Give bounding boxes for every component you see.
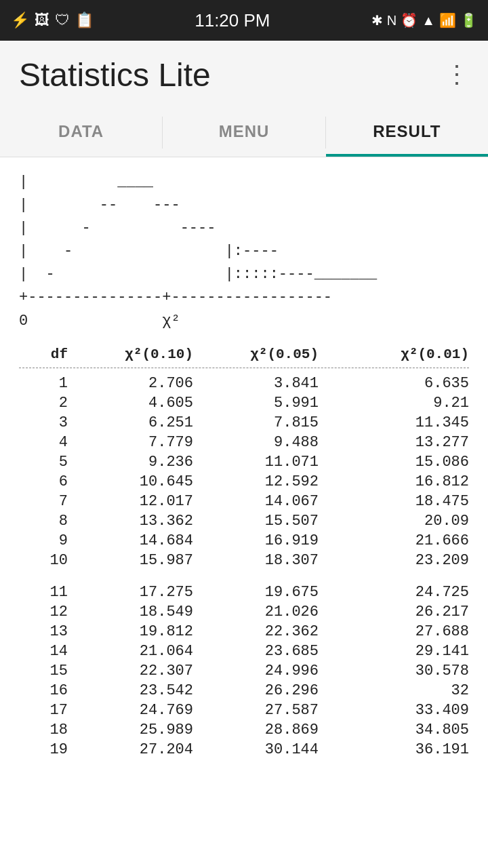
battery-icon: 🔋: [460, 12, 477, 28]
app-title: Statistics Lite: [19, 56, 211, 94]
table-cell-12-3: 26.217: [324, 604, 469, 620]
bluetooth-icon: ✱: [371, 12, 383, 28]
table-cell-15-3: 30.578: [324, 663, 469, 679]
table-cell-16-3: 32: [324, 682, 469, 699]
table-cell-17-0: 17: [19, 702, 73, 719]
table-body: 12.7063.8416.63524.6055.9919.2136.2517.8…: [19, 374, 469, 760]
table-row: 813.36215.50720.09: [19, 511, 469, 531]
table-row: 1015.98718.30723.209: [19, 551, 469, 570]
tab-result[interactable]: RESULT: [326, 108, 488, 157]
tab-bar: DATA MENU RESULT: [0, 108, 488, 157]
table-cell-1-3: 9.21: [324, 395, 469, 412]
signal-icon: 📶: [439, 12, 456, 28]
table-row: 1421.06423.68529.141: [19, 642, 469, 661]
table-row: 12.7063.8416.635: [19, 374, 469, 393]
table-row: 1623.54226.29632: [19, 681, 469, 701]
tab-menu[interactable]: MENU: [163, 108, 325, 157]
table-cell-3-2: 9.488: [199, 434, 324, 451]
table-cell-2-0: 3: [19, 414, 73, 431]
table-cell-9-1: 15.987: [73, 552, 199, 569]
table-cell-4-0: 5: [19, 454, 73, 471]
table-cell-13-0: 13: [19, 623, 73, 640]
table-cell-0-0: 1: [19, 375, 73, 392]
table-row-spacer: [19, 570, 469, 583]
table-cell-5-3: 16.812: [324, 473, 469, 490]
table-row: 1927.20430.14436.191: [19, 740, 469, 760]
table-row: 1724.76927.58733.409: [19, 701, 469, 720]
table-cell-18-3: 34.805: [324, 722, 469, 738]
table-cell-6-1: 12.017: [73, 493, 199, 510]
table-cell-9-3: 23.209: [324, 552, 469, 569]
table-cell-3-3: 13.277: [324, 434, 469, 451]
usb-icon: ⚡: [11, 12, 29, 29]
table-cell-15-1: 22.307: [73, 663, 199, 679]
table-cell-15-0: 15: [19, 663, 73, 679]
table-cell-5-2: 12.592: [199, 473, 324, 490]
table-cell-8-1: 14.684: [73, 532, 199, 549]
table-row: 1319.81222.36227.688: [19, 622, 469, 642]
table-cell-9-2: 18.307: [199, 552, 324, 569]
table-cell-18-0: 18: [19, 722, 73, 738]
table-cell-9-0: 10: [19, 552, 73, 569]
alarm-icon: ⏰: [401, 12, 418, 28]
table-cell-11-1: 17.275: [73, 584, 199, 601]
app-bar: Statistics Lite ⋮: [0, 41, 488, 108]
table-cell-1-1: 4.605: [73, 395, 199, 412]
table-cell-8-3: 21.666: [324, 532, 469, 549]
table-cell-14-2: 23.685: [199, 643, 324, 660]
table-cell-2-2: 7.815: [199, 414, 324, 431]
image-icon: 🖼: [35, 12, 49, 29]
table-cell-16-2: 26.296: [199, 682, 324, 699]
shield-icon: 🛡: [55, 12, 70, 29]
wifi-icon: ▲: [422, 13, 435, 28]
table-cell-7-0: 8: [19, 513, 73, 530]
table-cell-18-1: 25.989: [73, 722, 199, 738]
table-cell-7-3: 20.09: [324, 513, 469, 530]
table-row: 24.6055.9919.21: [19, 393, 469, 413]
table-row: 1522.30724.99630.578: [19, 661, 469, 681]
table-cell-1-2: 5.991: [199, 395, 324, 412]
table-cell-3-0: 4: [19, 434, 73, 451]
table-cell-16-1: 23.542: [73, 682, 199, 699]
table-cell-5-1: 10.645: [73, 473, 199, 490]
table-cell-8-2: 16.919: [199, 532, 324, 549]
table-row: 59.23611.07115.086: [19, 452, 469, 472]
table-cell-19-1: 27.204: [73, 741, 199, 758]
table-cell-5-0: 6: [19, 473, 73, 490]
table-cell-19-2: 30.144: [199, 741, 324, 758]
table-cell-6-0: 7: [19, 493, 73, 510]
table-cell-0-2: 3.841: [199, 375, 324, 392]
table-row: 47.7799.48813.277: [19, 433, 469, 452]
table-cell-13-1: 19.812: [73, 623, 199, 640]
status-icons-right: ✱ N ⏰ ▲ 📶 🔋: [371, 12, 477, 28]
table-cell-11-2: 19.675: [199, 584, 324, 601]
table-cell-14-3: 29.141: [324, 643, 469, 660]
table-cell-2-1: 6.251: [73, 414, 199, 431]
overflow-menu-button[interactable]: ⋮: [445, 60, 469, 89]
table-cell-14-0: 14: [19, 643, 73, 660]
status-bar: ⚡ 🖼 🛡 📋 11:20 PM ✱ N ⏰ ▲ 📶 🔋: [0, 0, 488, 41]
table-cell-19-0: 19: [19, 741, 73, 758]
table-cell-6-3: 18.475: [324, 493, 469, 510]
content-area: | ____ | -- --- | - ---- | - |:---- | - …: [0, 157, 488, 868]
table-cell-13-3: 27.688: [324, 623, 469, 640]
table-cell-6-2: 14.067: [199, 493, 324, 510]
table-cell-16-0: 16: [19, 682, 73, 699]
table-header-divider: [19, 368, 469, 368]
table-row: 610.64512.59216.812: [19, 472, 469, 492]
table-row: 1117.27519.67524.725: [19, 583, 469, 602]
table-row: 914.68416.91921.666: [19, 531, 469, 551]
table-row: 36.2517.81511.345: [19, 413, 469, 433]
table-cell-14-1: 21.064: [73, 643, 199, 660]
table-cell-19-3: 36.191: [324, 741, 469, 758]
col-header-010: χ²(0.10): [73, 347, 199, 362]
status-time: 11:20 PM: [195, 10, 270, 31]
table-cell-18-2: 28.869: [199, 722, 324, 738]
table-cell-12-2: 21.026: [199, 604, 324, 620]
table-cell-12-1: 18.549: [73, 604, 199, 620]
table-cell-17-3: 33.409: [324, 702, 469, 719]
tab-data[interactable]: DATA: [0, 108, 162, 157]
table-header: df χ²(0.10) χ²(0.05) χ²(0.01): [19, 347, 469, 365]
table-cell-15-2: 24.996: [199, 663, 324, 679]
table-cell-17-2: 27.587: [199, 702, 324, 719]
